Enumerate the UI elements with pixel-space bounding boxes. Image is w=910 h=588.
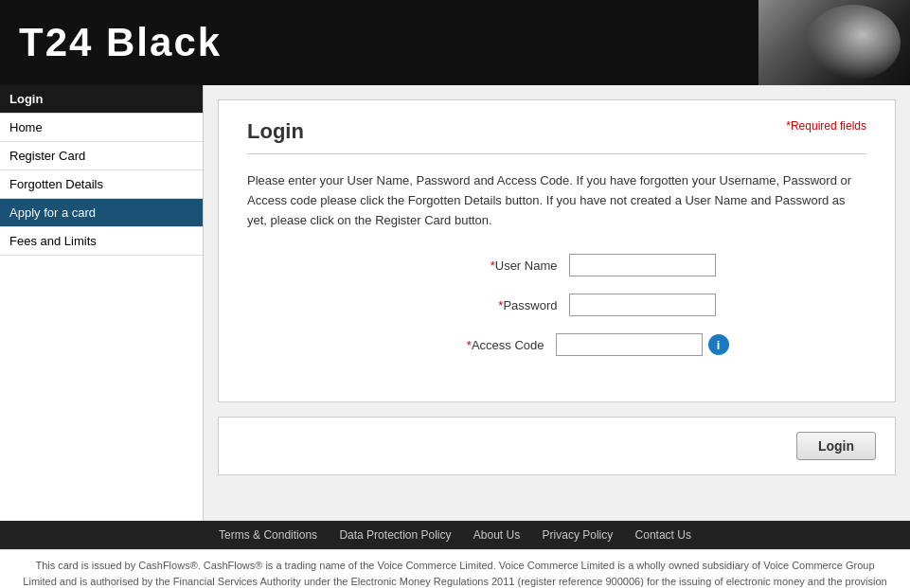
footer-link-terms[interactable]: Terms & Conditions <box>219 528 317 542</box>
header-image <box>758 0 910 85</box>
footer-disclaimer: This card is issued by CashFlows®. CashF… <box>0 549 910 588</box>
password-label: *Password <box>399 298 569 312</box>
login-button[interactable]: Login <box>796 432 876 460</box>
button-panel: Login <box>218 417 896 475</box>
main-content: Login *Required fields Please enter your… <box>204 85 910 521</box>
login-header-row: Login *Required fields <box>247 119 866 153</box>
username-input[interactable] <box>569 254 716 276</box>
access-code-info-icon[interactable]: i <box>708 334 729 355</box>
sidebar-item-fees-and-limits[interactable]: Fees and Limits <box>0 227 203 256</box>
access-code-required-star: * <box>467 338 472 352</box>
panel-divider <box>247 153 866 154</box>
username-label: *User Name <box>399 258 569 273</box>
required-fields-label: *Required fields <box>786 119 866 133</box>
password-row: *Password <box>247 294 866 316</box>
header-panel: T24 Black <box>19 0 910 85</box>
sidebar-item-apply-for-a-card[interactable]: Apply for a card <box>0 199 203 227</box>
login-panel-title: Login <box>247 119 304 144</box>
footer-link-contact[interactable]: Contact Us <box>635 528 691 542</box>
access-code-input[interactable] <box>556 333 703 356</box>
sidebar-item-register-card[interactable]: Register Card <box>0 142 203 170</box>
header-title: T24 Black <box>19 20 222 65</box>
header: T24 Black <box>0 0 910 85</box>
password-required-star: * <box>498 298 503 312</box>
password-input[interactable] <box>569 294 716 316</box>
layout: Login Home Register Card Forgotten Detai… <box>0 85 910 521</box>
footer-link-about[interactable]: About Us <box>473 528 520 542</box>
access-code-row: *Access Code i <box>247 333 866 356</box>
access-code-label: *Access Code <box>385 338 556 352</box>
footer-link-data-protection[interactable]: Data Protection Policy <box>339 528 451 542</box>
sidebar: Login Home Register Card Forgotten Detai… <box>0 85 204 521</box>
sidebar-item-home[interactable]: Home <box>0 114 203 142</box>
username-row: *User Name <box>247 254 866 276</box>
sidebar-item-forgotten-details[interactable]: Forgotten Details <box>0 170 203 199</box>
footer-link-privacy[interactable]: Privacy Policy <box>543 528 614 542</box>
login-panel: Login *Required fields Please enter your… <box>218 99 896 402</box>
login-description: Please enter your User Name, Password an… <box>247 171 866 230</box>
sidebar-item-login[interactable]: Login <box>0 85 203 114</box>
username-required-star: * <box>491 258 495 273</box>
footer-links: Terms & Conditions Data Protection Polic… <box>0 521 910 549</box>
